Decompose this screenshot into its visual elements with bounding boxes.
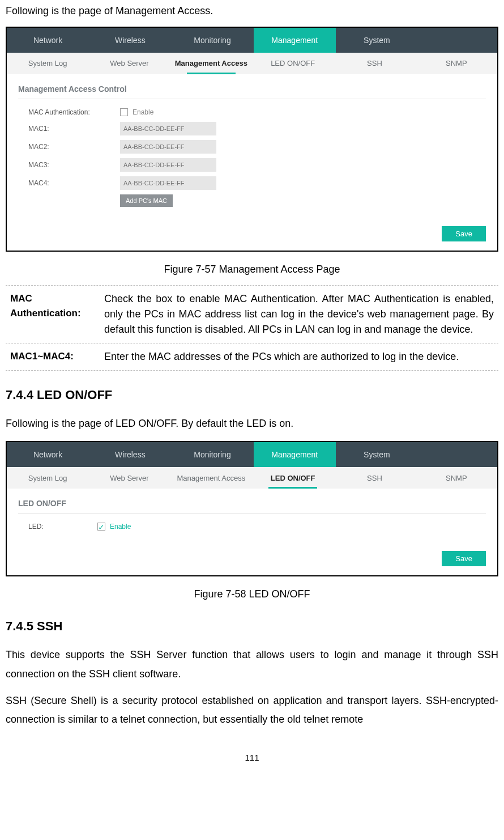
subnav2-system-log[interactable]: System Log — [7, 467, 88, 489]
subnav2-ssh[interactable]: SSH — [334, 467, 415, 489]
def-row-mac1-4: MAC1~MAC4: Enter the MAC addresses of th… — [6, 343, 498, 371]
primary-nav-1: Network Wireless Monitoring Management S… — [7, 28, 497, 53]
nav-wireless[interactable]: Wireless — [89, 28, 171, 53]
row-mac3: MAC3: — [18, 158, 486, 172]
row-add-mac: Add PC's MAC — [18, 194, 486, 207]
row-mac2: MAC2: — [18, 140, 486, 154]
save-button-2[interactable]: Save — [442, 551, 486, 566]
def-term-mac1-4: MAC1~MAC4: — [6, 349, 96, 364]
save-button-1[interactable]: Save — [442, 226, 486, 241]
intro-text-1: Following is the page of Management Acce… — [6, 3, 498, 19]
management-access-panel: Management Access Control MAC Authentica… — [7, 74, 497, 223]
subnav-ssh[interactable]: SSH — [334, 53, 415, 74]
primary-nav-2: Network Wireless Monitoring Management S… — [7, 442, 497, 467]
def-desc-mac-auth: Check the box to enable MAC Authenticati… — [96, 291, 498, 337]
label-mac3: MAC3: — [18, 160, 120, 170]
section-heading-745: 7.4.5 SSH — [6, 617, 498, 635]
nav-monitoring[interactable]: Monitoring — [171, 28, 253, 53]
secondary-nav-1: System Log Web Server Management Access … — [7, 53, 497, 74]
subnav-management-access[interactable]: Management Access — [170, 53, 252, 74]
nav2-system[interactable]: System — [336, 442, 418, 467]
nav-system[interactable]: System — [336, 28, 418, 53]
subnav2-led[interactable]: LED ON/OFF — [252, 467, 334, 489]
ssh-paragraph-2: SSH (Secure Shell) is a security protoco… — [6, 691, 498, 729]
ssh-paragraph-1: This device supports the SSH Server func… — [6, 646, 498, 684]
panel-divider-1 — [18, 99, 486, 99]
led-panel: LED ON/OFF LED: Enable — [7, 489, 497, 548]
figure-caption-2: Figure 7-58 LED ON/OFF — [6, 587, 498, 602]
label-mac-auth: MAC Authentication: — [18, 107, 120, 117]
row-mac4: MAC4: — [18, 176, 486, 190]
def-row-mac-auth: MAC Authentication: Check the box to ena… — [6, 285, 498, 343]
row-led: LED: Enable — [18, 521, 486, 532]
panel-heading-1: Management Access Control — [18, 83, 486, 95]
label-led: LED: — [18, 521, 97, 532]
button-row-1: Save — [7, 223, 497, 251]
label-mac1: MAC1: — [18, 124, 120, 134]
subnav-snmp[interactable]: SNMP — [416, 53, 497, 74]
subnav-led[interactable]: LED ON/OFF — [252, 53, 334, 74]
button-row-2: Save — [7, 548, 497, 575]
panel-divider-2 — [18, 513, 486, 514]
subnav-web-server[interactable]: Web Server — [88, 53, 170, 74]
def-desc-mac1-4: Enter the MAC addresses of the PCs which… — [96, 349, 498, 364]
label-mac4: MAC4: — [18, 178, 120, 188]
nav-network[interactable]: Network — [7, 28, 89, 53]
label-mac2: MAC2: — [18, 142, 120, 152]
subnav2-snmp[interactable]: SNMP — [416, 467, 497, 489]
checkbox-label-mac-auth: Enable — [133, 107, 153, 117]
checkbox-mac-auth[interactable] — [120, 108, 128, 116]
management-access-screenshot: Network Wireless Monitoring Management S… — [6, 27, 498, 252]
checkbox-led[interactable] — [97, 523, 105, 531]
input-mac3[interactable] — [120, 158, 216, 172]
intro-text-2: Following is the page of LED ON/OFF. By … — [6, 414, 498, 433]
input-mac4[interactable] — [120, 176, 216, 190]
section-heading-744: 7.4.4 LED ON/OFF — [6, 385, 498, 404]
definition-list: MAC Authentication: Check the box to ena… — [6, 285, 498, 371]
input-mac1[interactable] — [120, 122, 216, 135]
panel-heading-2: LED ON/OFF — [18, 498, 486, 510]
checkbox-label-led: Enable — [110, 521, 131, 532]
figure-caption-1: Figure 7-57 Management Access Page — [6, 262, 498, 277]
nav2-monitoring[interactable]: Monitoring — [171, 442, 253, 467]
def-term-mac-auth: MAC Authentication: — [6, 291, 96, 337]
nav2-wireless[interactable]: Wireless — [89, 442, 171, 467]
page-number: 111 — [6, 752, 498, 765]
subnav-system-log[interactable]: System Log — [7, 53, 88, 74]
secondary-nav-2: System Log Web Server Management Access … — [7, 467, 497, 489]
row-mac1: MAC1: — [18, 122, 486, 135]
subnav2-management-access[interactable]: Management Access — [170, 467, 252, 489]
add-pc-mac-button[interactable]: Add PC's MAC — [120, 194, 173, 207]
nav-management[interactable]: Management — [254, 28, 336, 53]
nav2-network[interactable]: Network — [7, 442, 89, 467]
input-mac2[interactable] — [120, 140, 216, 154]
row-mac-auth: MAC Authentication: Enable — [18, 107, 486, 117]
subnav2-web-server[interactable]: Web Server — [88, 467, 170, 489]
led-onoff-screenshot: Network Wireless Monitoring Management S… — [6, 441, 498, 576]
nav2-management[interactable]: Management — [254, 442, 336, 467]
